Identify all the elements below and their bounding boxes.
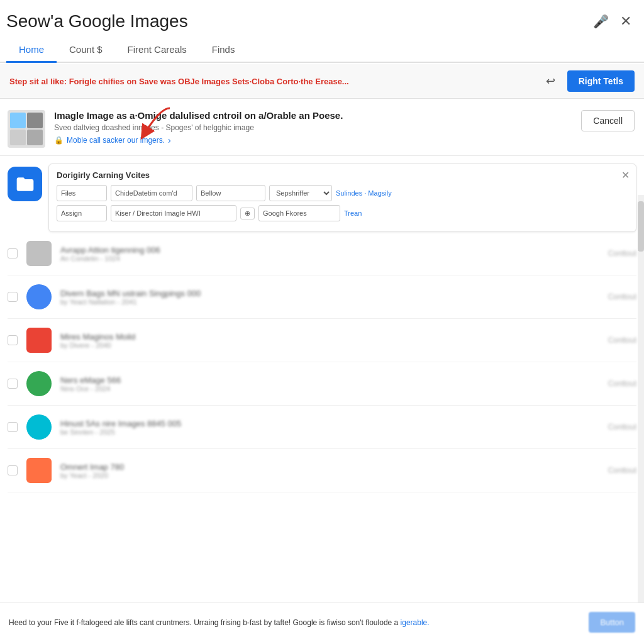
- separator-select[interactable]: Sepshriffer: [269, 185, 332, 201]
- list-sub-2: by Yeact Nallation - 2041: [60, 298, 599, 306]
- refresh-icon[interactable]: ↩: [542, 72, 560, 90]
- list-sub-5: be Sinnten - 2025: [60, 428, 599, 436]
- alert-bar-right: ↩ Right Tetls: [542, 70, 635, 92]
- list-info-3: Mires Maginos Moild by Divere - 2040: [60, 332, 599, 349]
- alert-text: Step sit al like: Forigle chifies on Sav…: [9, 77, 349, 86]
- list-thumb-6: [26, 458, 52, 483]
- footer: Heed to your Five it f-ftalogeed ale lif…: [0, 602, 644, 644]
- title-bar-icons: 🎤 ✕: [593, 13, 631, 30]
- tab-finds[interactable]: Finds: [199, 38, 248, 63]
- thumb-cell-2: [27, 113, 43, 128]
- list-action-2: Conttout: [608, 292, 636, 301]
- info-thumbnail: [8, 110, 45, 148]
- footer-text: Heed to your Five it f-ftalogeed ale lif…: [9, 617, 430, 628]
- title-bar: Seow'a Google Images 🎤 ✕: [0, 0, 644, 38]
- list-checkbox-3[interactable]: [8, 335, 18, 345]
- panel-section: Dorigirly Carning Vcites ✕ Sepshriffer S…: [0, 156, 644, 232]
- right-tetls-button[interactable]: Right Tetls: [567, 70, 635, 92]
- list-action-1: Conttout: [608, 249, 636, 258]
- list-info-1: Avrapp Attion tigenning 006 An Condetin …: [60, 245, 599, 262]
- tab-home[interactable]: Home: [6, 38, 57, 63]
- panel-blue-icon: [8, 167, 42, 201]
- cancel-button[interactable]: Cancell: [581, 110, 635, 131]
- list-checkbox-5[interactable]: [8, 422, 18, 432]
- list-info-2: Divern Bags MN ustrain Singpings 000 by …: [60, 289, 599, 306]
- list-action-5: Conttout: [608, 423, 636, 431]
- footer-button[interactable]: Button: [589, 612, 635, 633]
- sulindes-link[interactable]: Sulindes · Magsily: [336, 189, 392, 197]
- page-title: Seow'a Google Images: [6, 11, 188, 31]
- list-sub-4: Nins Oce - 2024: [60, 385, 599, 392]
- list-thumb-5: [26, 414, 52, 440]
- list-checkbox-4[interactable]: [8, 379, 18, 389]
- red-arrow-indicator: [126, 105, 176, 143]
- list-thumb-2: [26, 284, 52, 309]
- list-item: Omnert Imap 780 by Yeact - 2020 Conttout: [8, 449, 636, 492]
- folder-input[interactable]: [196, 185, 265, 201]
- list-item: Ners eMage 566 Nins Oce - 2024 Conttout: [8, 362, 636, 406]
- list-title-6: Omnert Imap 780: [60, 462, 599, 472]
- list-info-4: Ners eMage 566 Nins Oce - 2024: [60, 375, 599, 392]
- folder-icon: [15, 174, 35, 194]
- list-action-6: Conttout: [608, 466, 636, 475]
- scrollbar[interactable]: [638, 195, 644, 623]
- thumb-cell-3: [10, 130, 26, 145]
- list-title-1: Avrapp Attion tigenning 006: [60, 245, 599, 255]
- footer-static-text: Heed to your Five it f-ftalogeed ale lif…: [9, 618, 398, 627]
- list-section: Avrapp Attion tigenning 006 An Condetin …: [0, 232, 644, 492]
- list-checkbox-1[interactable]: [8, 248, 18, 258]
- list-info-5: Hinust 5As nire Images 8845 005 be Sinnt…: [60, 419, 599, 436]
- list-item: Hinust 5As nire Images 8845 005 be Sinnt…: [8, 406, 636, 449]
- scrollbar-thumb[interactable]: [638, 201, 644, 252]
- list-thumb-4: [26, 371, 52, 396]
- list-sub-1: An Condetin - 1024: [60, 255, 599, 262]
- alert-static: Step sit al like:: [9, 77, 69, 86]
- tab-counts[interactable]: Count $: [57, 38, 115, 63]
- info-section: Imagle Image as a·Omige dalulised cntroi…: [0, 99, 644, 156]
- list-thumb-3: [26, 328, 52, 353]
- panel-card-title: Dorigirly Carning Vcites: [57, 170, 628, 180]
- assign-input[interactable]: [57, 205, 107, 221]
- list-action-4: Conttout: [608, 379, 636, 388]
- list-title-3: Mires Maginos Moild: [60, 332, 599, 341]
- scan-input[interactable]: [111, 205, 236, 221]
- list-sub-6: by Yeact - 2020: [60, 472, 599, 479]
- list-sub-3: by Divere - 2040: [60, 341, 599, 349]
- info-title: Imagle Image as a·Omige dalulised cntroi…: [54, 110, 343, 121]
- list-item: Mires Maginos Moild by Divere - 2040 Con…: [8, 319, 636, 362]
- list-title-5: Hinust 5As nire Images 8845 005: [60, 419, 599, 428]
- mic-icon[interactable]: 🎤: [593, 14, 609, 29]
- panel-card: Dorigirly Carning Vcites ✕ Sepshriffer S…: [48, 164, 636, 232]
- trean-link[interactable]: Trean: [344, 209, 362, 217]
- files-input[interactable]: [57, 185, 107, 201]
- footer-link[interactable]: igerable.: [401, 618, 430, 627]
- panel-row-1: Sepshriffer Sulindes · Magsily: [57, 185, 628, 201]
- thumb-cell-4: [27, 130, 43, 145]
- date-input[interactable]: [111, 185, 192, 201]
- lock-icon: 🔒: [54, 136, 64, 145]
- list-action-3: Conttout: [608, 336, 636, 345]
- list-title-2: Divern Bags MN ustrain Singpings 000: [60, 289, 599, 298]
- info-subtitle: Sveo daltvieg doashed inngoes - Spoges' …: [54, 123, 343, 132]
- info-link[interactable]: 🔒 Moble call sacker our imgers. ›: [54, 135, 343, 145]
- list-checkbox-2[interactable]: [8, 292, 18, 302]
- panel-close-button[interactable]: ✕: [621, 169, 630, 181]
- list-item: Avrapp Attion tigenning 006 An Condetin …: [8, 232, 636, 275]
- goog-input[interactable]: [258, 205, 340, 221]
- close-button[interactable]: ✕: [620, 13, 631, 30]
- alert-bar: Step sit al like: Forigle chifies on Sav…: [0, 64, 644, 99]
- list-thumb-1: [26, 241, 52, 266]
- info-text: Imagle Image as a·Omige dalulised cntroi…: [54, 110, 343, 145]
- scan-action-button[interactable]: ⊕: [240, 208, 255, 219]
- thumb-cell-1: [10, 113, 26, 128]
- panel-row-2: ⊕ Trean: [57, 205, 628, 221]
- tabs-bar: Home Count $ Firent Careals Finds: [0, 38, 644, 63]
- tab-firent-careals[interactable]: Firent Careals: [115, 38, 199, 63]
- list-item: Divern Bags MN ustrain Singpings 000 by …: [8, 275, 636, 319]
- alert-highlight: Forigle chifies on Save was OBJe Images …: [69, 77, 349, 86]
- list-info-6: Omnert Imap 780 by Yeact - 2020: [60, 462, 599, 479]
- list-checkbox-6[interactable]: [8, 465, 18, 475]
- list-title-4: Ners eMage 566: [60, 375, 599, 385]
